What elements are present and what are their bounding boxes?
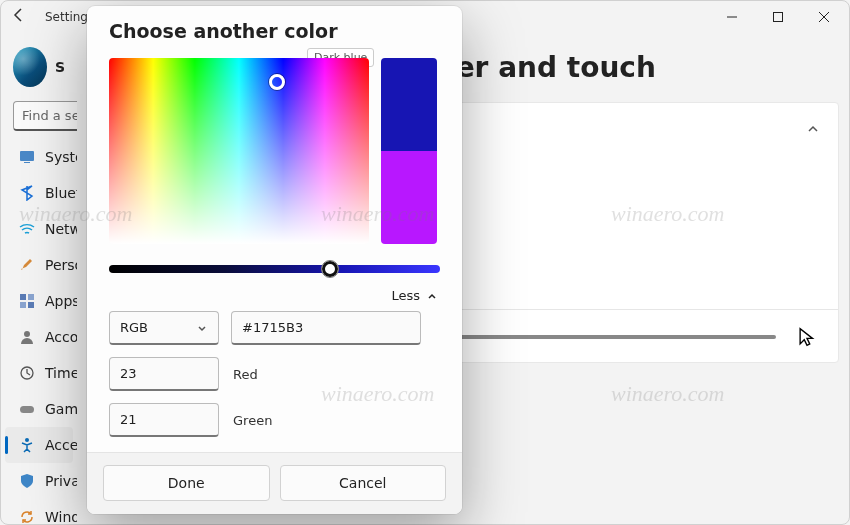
nav-time[interactable]: Time & language (5, 355, 73, 391)
update-icon (19, 508, 35, 525)
dialog-footer: Done Cancel (87, 452, 462, 514)
person-icon (19, 328, 35, 346)
svg-rect-7 (28, 294, 34, 300)
accessibility-icon (19, 436, 35, 454)
nav-network[interactable]: Network & internet (5, 211, 73, 247)
svg-point-13 (25, 438, 29, 442)
color-spectrum[interactable] (109, 58, 369, 244)
close-button[interactable] (801, 1, 847, 33)
less-toggle[interactable]: Less (111, 288, 438, 303)
red-input[interactable]: 23 (109, 357, 219, 391)
svg-rect-8 (20, 302, 26, 308)
cursor-large-icon (796, 326, 818, 348)
svg-rect-12 (20, 406, 34, 413)
value-thumb[interactable] (321, 260, 339, 278)
svg-rect-1 (774, 13, 783, 22)
chevron-down-icon (196, 322, 208, 334)
back-button[interactable] (11, 7, 27, 26)
svg-rect-6 (20, 294, 26, 300)
green-label: Green (233, 413, 272, 428)
search-input[interactable]: Find a setting (13, 101, 77, 131)
sidebar: S Find a setting System Bluetooth & devi… (1, 41, 77, 525)
color-preview (381, 58, 437, 244)
apps-icon (19, 292, 35, 310)
system-icon (19, 148, 35, 166)
nav-personalization[interactable]: Personalization (5, 247, 73, 283)
nav-privacy[interactable]: Privacy & security (5, 463, 73, 499)
nav-gaming[interactable]: Gaming (5, 391, 73, 427)
red-label: Red (233, 367, 258, 382)
brush-icon (19, 256, 35, 274)
preview-previous (381, 151, 437, 244)
done-button[interactable]: Done (103, 465, 270, 501)
nav-accounts[interactable]: Accounts (5, 319, 73, 355)
color-picker-dialog: Choose another color Dark blue Less RGB … (87, 6, 462, 514)
profile-name: S (55, 59, 65, 75)
color-mode-select[interactable]: RGB (109, 311, 219, 345)
profile[interactable]: S (1, 41, 77, 93)
nav-update[interactable]: Windows Update (5, 499, 73, 525)
nav-system[interactable]: System (5, 139, 73, 175)
svg-rect-4 (20, 151, 34, 161)
svg-rect-9 (28, 302, 34, 308)
green-input[interactable]: 21 (109, 403, 219, 437)
back-row: Settings (11, 7, 94, 26)
preview-current (381, 58, 437, 151)
dialog-title: Choose another color (109, 20, 440, 42)
clock-icon (19, 364, 35, 382)
wifi-icon (19, 220, 35, 238)
settings-window: Settings S Find a setting System Bluetoo… (0, 0, 850, 525)
value-slider[interactable] (109, 260, 440, 278)
cancel-button[interactable]: Cancel (280, 465, 447, 501)
hex-input[interactable]: #1715B3 (231, 311, 421, 345)
bluetooth-icon (19, 184, 35, 202)
nav-accessibility[interactable]: Accessibility (5, 427, 73, 463)
avatar (13, 47, 47, 87)
minimize-button[interactable] (709, 1, 755, 33)
svg-rect-5 (24, 162, 30, 163)
nav-list: System Bluetooth & devices Network & int… (1, 139, 77, 525)
shield-icon (19, 472, 35, 490)
gaming-icon (19, 400, 35, 418)
svg-point-10 (24, 331, 30, 337)
spectrum-selector[interactable] (269, 74, 285, 90)
nav-apps[interactable]: Apps (5, 283, 73, 319)
maximize-button[interactable] (755, 1, 801, 33)
collapse-button[interactable] (806, 121, 820, 140)
nav-bluetooth[interactable]: Bluetooth & devices (5, 175, 73, 211)
